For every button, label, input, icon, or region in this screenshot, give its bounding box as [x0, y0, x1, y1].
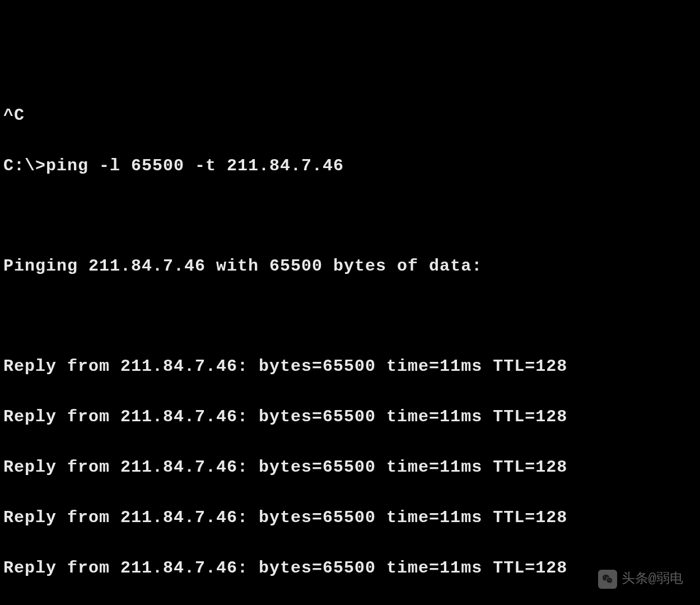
reply-line: Reply from 211.84.7.46: bytes=65500 time…: [3, 455, 697, 480]
pinging-header: Pinging 211.84.7.46 with 65500 bytes of …: [3, 254, 697, 279]
interrupt-line: ^C: [3, 103, 697, 128]
blank-line: [3, 204, 697, 229]
reply-line: Reply from 211.84.7.46: bytes=65500 time…: [3, 354, 697, 379]
wechat-icon: [598, 570, 617, 589]
blank-line: [3, 304, 697, 329]
reply-line: Reply from 211.84.7.46: bytes=65500 time…: [3, 404, 697, 430]
watermark: 头条@弱电: [598, 569, 683, 589]
command-prompt: C:\>ping -l 65500 -t 211.84.7.46: [3, 153, 697, 179]
watermark-text: 头条@弱电: [622, 569, 683, 589]
reply-line: Reply from 211.84.7.46: bytes=65500 time…: [3, 556, 697, 581]
reply-line: Reply from 211.84.7.46: bytes=65500 time…: [3, 505, 697, 530]
